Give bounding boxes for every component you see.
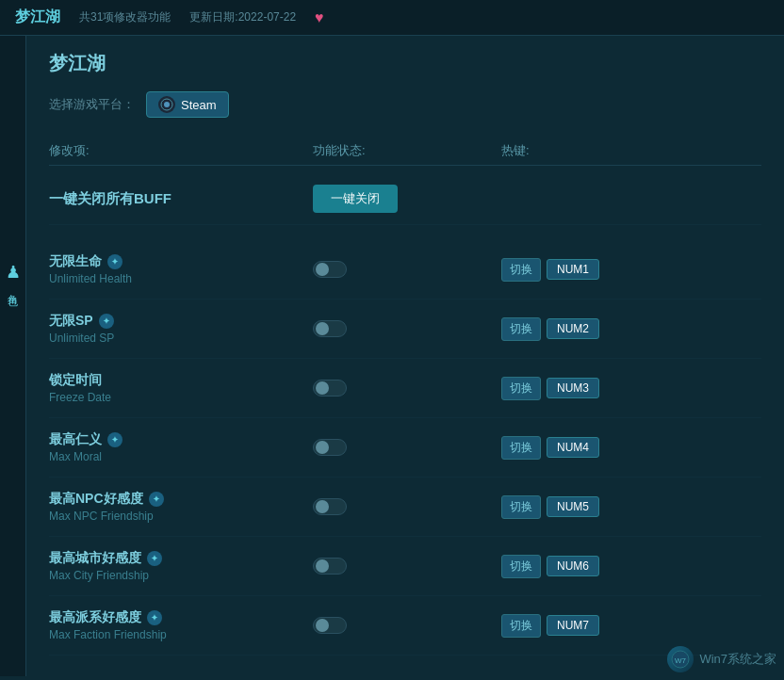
one-key-button[interactable]: 一键关闭 bbox=[313, 185, 398, 213]
hotkey-key-button[interactable]: NUM2 bbox=[547, 318, 599, 339]
feature-name-cell: 最高派系好感度✦Max Faction Friendship bbox=[49, 609, 313, 641]
table-row: 最高派系好感度✦Max Faction Friendship切换NUM7 bbox=[49, 596, 761, 656]
hotkey-key-button[interactable]: NUM6 bbox=[547, 556, 599, 576]
feature-name-en: Max City Friendship bbox=[49, 569, 313, 582]
feature-name-zh: 无限生命✦ bbox=[49, 253, 313, 270]
feature-name-cell: 锁定时间Freeze Date bbox=[49, 372, 313, 404]
toggle-wrapper bbox=[313, 439, 501, 456]
star-badge: ✦ bbox=[99, 314, 114, 329]
feature-name-en: Max NPC Friendship bbox=[49, 510, 313, 523]
steam-logo-icon bbox=[158, 96, 175, 113]
toggle-knob bbox=[316, 381, 329, 395]
hotkey-key-button[interactable]: NUM4 bbox=[547, 437, 599, 458]
hotkey-wrapper: 切换NUM6 bbox=[501, 555, 690, 578]
hotkey-switch-button[interactable]: 切换 bbox=[501, 555, 541, 578]
platform-label: 选择游戏平台： bbox=[49, 96, 135, 113]
watermark: W7 Win7系统之家 bbox=[667, 646, 776, 672]
toggle-wrapper bbox=[313, 498, 501, 515]
svg-point-1 bbox=[164, 102, 170, 107]
hotkey-wrapper: 切换NUM2 bbox=[501, 317, 690, 341]
toggle-wrapper bbox=[313, 617, 501, 634]
hotkey-wrapper: 切换NUM7 bbox=[501, 614, 690, 638]
main-content: ♟ 角色 梦江湖 选择游戏平台： Steam 修改项: 功能状态: 热键: bbox=[0, 36, 784, 676]
feature-name-cell: 最高城市好感度✦Max City Friendship bbox=[49, 550, 313, 582]
toggle-wrapper bbox=[313, 558, 501, 575]
hotkey-switch-button[interactable]: 切换 bbox=[501, 495, 541, 519]
table-row: 最高NPC好感度✦Max NPC Friendship切换NUM5 bbox=[49, 478, 761, 537]
star-badge: ✦ bbox=[149, 492, 164, 507]
star-badge: ✦ bbox=[147, 551, 162, 566]
watermark-text: Win7系统之家 bbox=[699, 651, 776, 668]
feature-name-en: Freeze Date bbox=[49, 391, 313, 404]
table-row: 最高仁义✦Max Moral切换NUM4 bbox=[49, 418, 761, 478]
steam-button[interactable]: Steam bbox=[146, 91, 229, 118]
hotkey-switch-button[interactable]: 切换 bbox=[501, 258, 541, 282]
hotkey-wrapper: 切换NUM1 bbox=[501, 258, 690, 282]
star-badge: ✦ bbox=[147, 610, 162, 625]
one-key-row: 一键关闭所有BUFF 一键关闭 bbox=[49, 173, 761, 225]
steam-label: Steam bbox=[181, 98, 217, 112]
sidebar-chess-icon: ♟ bbox=[6, 262, 21, 283]
feature-name-en: Max Moral bbox=[49, 450, 313, 463]
table-header: 修改项: 功能状态: 热键: bbox=[49, 137, 761, 166]
sidebar: ♟ 角色 bbox=[0, 36, 26, 676]
feature-name-en: Unlimited Health bbox=[49, 272, 313, 285]
feature-toggle[interactable] bbox=[313, 617, 347, 634]
hotkey-switch-button[interactable]: 切换 bbox=[501, 317, 541, 341]
feature-toggle[interactable] bbox=[313, 320, 347, 337]
features-count: 共31项修改器功能 bbox=[79, 9, 171, 25]
feature-toggle[interactable] bbox=[313, 261, 347, 278]
sidebar-label: 角色 bbox=[6, 286, 20, 290]
star-badge: ✦ bbox=[107, 254, 122, 269]
platform-row: 选择游戏平台： Steam bbox=[49, 91, 761, 118]
feature-toggle[interactable] bbox=[313, 380, 347, 397]
feature-name-zh: 锁定时间 bbox=[49, 372, 313, 389]
feature-name-en: Unlimited SP bbox=[49, 332, 313, 345]
feature-name-cell: 无限SP✦Unlimited SP bbox=[49, 313, 313, 345]
toggle-wrapper bbox=[313, 261, 501, 278]
page-title: 梦江湖 bbox=[49, 51, 761, 76]
hotkey-key-button[interactable]: NUM3 bbox=[547, 378, 599, 398]
feature-list: 无限生命✦Unlimited Health切换NUM1无限SP✦Unlimite… bbox=[49, 240, 761, 656]
toggle-knob bbox=[316, 619, 329, 632]
toggle-wrapper bbox=[313, 380, 501, 397]
hotkey-switch-button[interactable]: 切换 bbox=[501, 377, 541, 400]
feature-name-cell: 最高仁义✦Max Moral bbox=[49, 431, 313, 463]
feature-toggle[interactable] bbox=[313, 558, 347, 575]
feature-name-zh: 无限SP✦ bbox=[49, 313, 313, 330]
toggle-knob bbox=[316, 441, 329, 454]
col-hotkey: 热键: bbox=[501, 142, 690, 159]
feature-name-en: Max Faction Friendship bbox=[49, 628, 313, 641]
feature-name-cell: 无限生命✦Unlimited Health bbox=[49, 253, 313, 285]
table-row: 锁定时间Freeze Date切换NUM3 bbox=[49, 359, 761, 418]
top-bar: 梦江湖 共31项修改器功能 更新日期:2022-07-22 ♥ bbox=[0, 0, 784, 36]
hotkey-switch-button[interactable]: 切换 bbox=[501, 614, 541, 638]
col-modifier: 修改项: bbox=[49, 142, 313, 159]
toggle-knob bbox=[316, 322, 329, 335]
update-date: 更新日期:2022-07-22 bbox=[189, 9, 296, 25]
feature-name-zh: 最高派系好感度✦ bbox=[49, 609, 313, 626]
hotkey-switch-button[interactable]: 切换 bbox=[501, 436, 541, 460]
hotkey-key-button[interactable]: NUM1 bbox=[547, 259, 599, 280]
hotkey-key-button[interactable]: NUM5 bbox=[547, 496, 599, 517]
feature-name-cell: 最高NPC好感度✦Max NPC Friendship bbox=[49, 491, 313, 523]
hotkey-wrapper: 切换NUM5 bbox=[501, 495, 690, 519]
table-row: 无限生命✦Unlimited Health切换NUM1 bbox=[49, 240, 761, 300]
feature-toggle[interactable] bbox=[313, 498, 347, 515]
hotkey-wrapper: 切换NUM4 bbox=[501, 436, 690, 460]
feature-name-zh: 最高仁义✦ bbox=[49, 431, 313, 448]
toggle-wrapper bbox=[313, 320, 501, 337]
feature-toggle[interactable] bbox=[313, 439, 347, 456]
toggle-knob bbox=[316, 559, 329, 573]
content-panel: 梦江湖 选择游戏平台： Steam 修改项: 功能状态: 热键: 一键关闭所有 bbox=[26, 36, 784, 676]
favorite-icon[interactable]: ♥ bbox=[315, 9, 324, 26]
table-row: 无限SP✦Unlimited SP切换NUM2 bbox=[49, 300, 761, 359]
watermark-logo: W7 bbox=[667, 646, 694, 672]
hotkey-key-button[interactable]: NUM7 bbox=[547, 615, 599, 636]
toggle-knob bbox=[316, 500, 329, 513]
one-key-label: 一键关闭所有BUFF bbox=[49, 190, 313, 208]
col-status: 功能状态: bbox=[313, 142, 501, 159]
top-bar-title: 梦江湖 bbox=[15, 8, 60, 27]
feature-name-zh: 最高NPC好感度✦ bbox=[49, 491, 313, 508]
svg-text:W7: W7 bbox=[675, 656, 687, 665]
